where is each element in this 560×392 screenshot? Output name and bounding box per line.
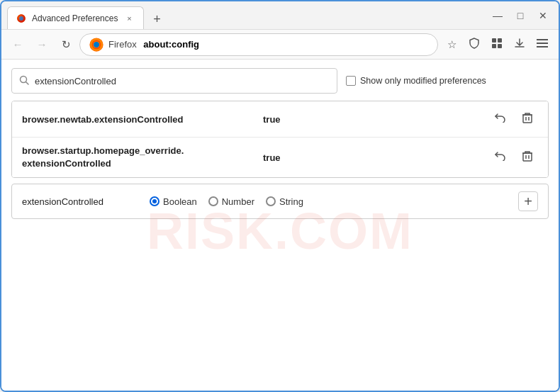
active-tab[interactable]: Advanced Preferences ×: [7, 6, 144, 29]
pref-name-1: browser.newtab.extensionControlled: [22, 114, 263, 125]
minimize-button[interactable]: —: [488, 6, 508, 26]
table-row: browser.startup.homepage_override. exten…: [12, 138, 548, 177]
search-row: Show only modified preferences: [11, 68, 549, 94]
search-box[interactable]: [11, 68, 337, 94]
bookmark-icon: ☆: [447, 38, 457, 51]
svg-point-3: [94, 41, 99, 47]
back-icon: ←: [13, 38, 23, 50]
forward-icon: →: [37, 38, 47, 50]
boolean-radio[interactable]: Boolean: [150, 196, 197, 207]
results-table: browser.newtab.extensionControlled true …: [11, 101, 549, 178]
boolean-radio-button[interactable]: [150, 196, 159, 206]
tab-area: Advanced Preferences × +: [7, 1, 482, 29]
forward-button[interactable]: →: [31, 34, 52, 55]
modified-only-label: Show only modified preferences: [360, 76, 486, 86]
trash-icon: [522, 112, 532, 126]
tab-favicon-icon: [16, 13, 26, 23]
number-radio-button[interactable]: [208, 196, 218, 206]
bookmark-button[interactable]: ☆: [441, 34, 462, 55]
search-input[interactable]: [35, 76, 330, 86]
reload-button[interactable]: ↻: [55, 34, 77, 55]
row-2-actions: [490, 147, 538, 168]
search-icon: [19, 75, 29, 87]
svg-rect-7: [498, 44, 502, 48]
string-radio-button[interactable]: [266, 196, 276, 206]
address-bar[interactable]: Firefox about:config: [79, 33, 438, 56]
nav-actions: ☆: [441, 34, 553, 55]
pref-name-2: browser.startup.homepage_override. exten…: [22, 145, 263, 170]
shield-button[interactable]: [464, 34, 485, 55]
hamburger-icon: [537, 38, 548, 50]
table-row: browser.newtab.extensionControlled true: [12, 101, 548, 138]
new-pref-row: extensionControlled Boolean Number Strin…: [11, 184, 549, 219]
svg-rect-5: [498, 38, 502, 43]
nav-bar: ← → ↻ Firefox about:config ☆: [1, 30, 559, 60]
extensions-button[interactable]: [486, 34, 508, 55]
row-1-actions: [490, 108, 538, 130]
tab-close-button[interactable]: ×: [123, 13, 135, 24]
delete-button-1[interactable]: [517, 108, 538, 130]
boolean-label: Boolean: [163, 196, 197, 207]
reset-button-2[interactable]: [490, 147, 511, 168]
close-button[interactable]: ✕: [533, 6, 553, 26]
pref-value-2: true: [263, 152, 490, 163]
svg-line-12: [26, 82, 29, 84]
shield-icon: [469, 38, 480, 51]
add-preference-button[interactable]: +: [518, 191, 538, 211]
title-bar: Advanced Preferences × + — □ ✕: [1, 1, 559, 30]
svg-rect-4: [492, 38, 496, 43]
type-options: Boolean Number String: [150, 196, 504, 207]
svg-rect-17: [523, 153, 532, 161]
maximize-button[interactable]: □: [510, 6, 530, 26]
modified-only-checkbox[interactable]: [346, 76, 356, 86]
number-radio[interactable]: Number: [208, 196, 254, 207]
number-label: Number: [222, 196, 254, 207]
pref-value-1: true: [263, 114, 490, 125]
reset-icon: [494, 113, 507, 125]
svg-rect-6: [492, 44, 496, 48]
new-pref-name: extensionControlled: [22, 196, 135, 207]
browser-name: Firefox: [108, 39, 137, 50]
extensions-icon: [491, 38, 503, 51]
string-label: String: [279, 196, 303, 207]
reset-button-1[interactable]: [490, 108, 511, 130]
delete-button-2[interactable]: [517, 147, 538, 168]
window-controls: — □ ✕: [488, 6, 553, 26]
firefox-logo-icon: [89, 37, 104, 52]
content-area: RISK.COM Show only modified preferences …: [1, 60, 559, 391]
tab-title: Advanced Preferences: [32, 13, 118, 23]
reload-icon: ↻: [62, 38, 71, 51]
url-display: Firefox about:config: [108, 39, 199, 50]
reset-icon: [494, 151, 507, 164]
trash-icon: [522, 150, 532, 164]
back-button[interactable]: ←: [7, 34, 28, 55]
new-tab-button[interactable]: +: [147, 9, 167, 29]
string-radio[interactable]: String: [266, 196, 303, 207]
svg-rect-13: [523, 115, 532, 123]
menu-button[interactable]: [532, 34, 553, 55]
modified-only-checkbox-row[interactable]: Show only modified preferences: [346, 76, 486, 86]
svg-point-1: [19, 16, 23, 21]
url-text: about:config: [143, 39, 199, 50]
downloads-icon: [514, 38, 525, 51]
downloads-button[interactable]: [509, 34, 530, 55]
